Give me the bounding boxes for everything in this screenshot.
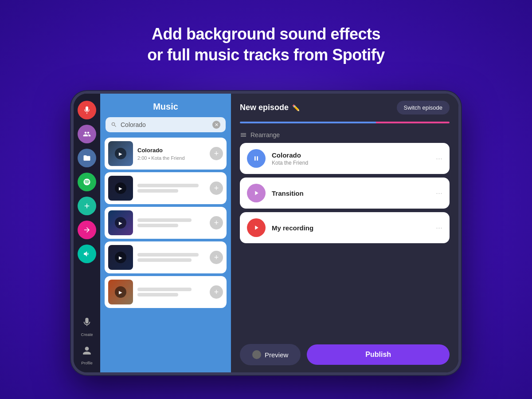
music-header: Music — [100, 94, 231, 117]
thumb-1: ▶ — [108, 176, 133, 201]
sidebar-profile[interactable]: Profile — [78, 341, 96, 365]
rearrange-icon — [240, 131, 247, 138]
music-item-4[interactable]: ▶ + — [105, 276, 227, 308]
music-item-1[interactable]: ▶ + — [105, 172, 227, 204]
music-list: ▶ Colorado 2:00 • Kota the Friend + ▶ + — [100, 138, 231, 372]
preview-button[interactable]: Preview — [240, 344, 301, 365]
rearrange-label: Rearrange — [250, 131, 280, 138]
sidebar-icon-add[interactable] — [78, 197, 96, 215]
track-item-1: Transition ··· — [240, 178, 450, 209]
track-name-2: My recording — [272, 224, 430, 232]
play-icon-0[interactable]: ▶ — [115, 148, 126, 159]
track-name-0: Colorado — [272, 151, 430, 159]
track-play-2[interactable] — [247, 218, 266, 237]
music-name-0: Colorado — [137, 147, 205, 154]
track-play-0[interactable] — [247, 149, 266, 168]
create-label: Create — [81, 332, 93, 337]
progress-bar — [240, 122, 450, 123]
progress-bar-container — [231, 122, 458, 129]
sidebar-create[interactable]: Create — [78, 313, 96, 337]
track-item-2: My recording ··· — [240, 212, 450, 243]
track-sub-0: Kota the Friend — [272, 160, 430, 166]
track-item-0: Colorado Kota the Friend ··· — [240, 143, 450, 174]
music-info-1 — [137, 184, 205, 193]
track-menu-2[interactable]: ··· — [436, 223, 442, 233]
sidebar-icon-mic[interactable] — [78, 101, 96, 119]
bar-2a — [137, 218, 192, 222]
sidebar-bottom: Create Profile — [78, 313, 96, 365]
bar-3b — [137, 258, 192, 262]
thumb-2: ▶ — [108, 210, 133, 235]
play-icon-1[interactable]: ▶ — [115, 182, 126, 194]
music-info-2 — [137, 218, 205, 227]
sidebar: Create Profile — [74, 94, 100, 372]
music-meta-0: 2:00 • Kota the Friend — [137, 155, 205, 161]
episode-title: New episode — [240, 103, 289, 112]
preview-label: Preview — [265, 351, 288, 359]
bar-4b — [137, 293, 178, 296]
preview-icon — [252, 350, 261, 359]
thumb-4: ▶ — [108, 280, 133, 304]
track-menu-0[interactable]: ··· — [436, 154, 442, 163]
music-info-4 — [137, 288, 205, 296]
search-bar[interactable]: ✕ — [106, 117, 226, 132]
headline-line2: or full music tracks from Spotify — [147, 46, 385, 64]
episode-panel: New episode ✏️ Switch episode Rearrange … — [231, 94, 458, 372]
sidebar-icon-folder[interactable] — [78, 149, 96, 167]
bar-1b — [137, 189, 178, 193]
headline: Add background sound effects or full mus… — [147, 24, 385, 79]
rearrange-row: Rearrange — [231, 129, 458, 143]
music-panel: Music ✕ ▶ Colorado 2:00 • Kota the Frien… — [100, 94, 231, 372]
play-icon-2[interactable]: ▶ — [115, 217, 126, 229]
music-info-0: Colorado 2:00 • Kota the Friend — [137, 147, 205, 161]
track-info-0: Colorado Kota the Friend — [272, 151, 430, 166]
bar-2b — [137, 224, 178, 227]
add-btn-4[interactable]: + — [210, 285, 223, 299]
sidebar-icon-effects[interactable] — [78, 245, 96, 263]
profile-label: Profile — [81, 361, 93, 365]
search-input[interactable] — [121, 121, 209, 128]
switch-episode-button[interactable]: Switch episode — [397, 101, 450, 115]
tracks-list: Colorado Kota the Friend ··· Transition … — [231, 143, 458, 337]
music-item-0[interactable]: ▶ Colorado 2:00 • Kota the Friend + — [105, 138, 227, 170]
track-info-2: My recording — [272, 224, 430, 232]
music-item-3[interactable]: ▶ + — [105, 241, 227, 273]
sidebar-icon-spotify[interactable] — [78, 173, 96, 191]
publish-button[interactable]: Publish — [307, 344, 450, 365]
episode-header: New episode ✏️ Switch episode — [231, 94, 458, 122]
track-info-1: Transition — [272, 190, 430, 197]
play-icon-4[interactable]: ▶ — [115, 286, 126, 298]
edit-icon[interactable]: ✏️ — [292, 104, 300, 111]
episode-footer: Preview Publish — [231, 337, 458, 372]
track-name-1: Transition — [272, 190, 430, 197]
play-icon-3[interactable]: ▶ — [115, 252, 126, 263]
bar-4a — [137, 288, 192, 291]
add-btn-2[interactable]: + — [210, 216, 223, 229]
track-menu-1[interactable]: ··· — [436, 189, 442, 198]
tablet-frame: Create Profile Music ✕ ▶ — [71, 91, 461, 375]
bar-1a — [137, 184, 199, 187]
sidebar-icon-arrow[interactable] — [78, 221, 96, 239]
add-btn-0[interactable]: + — [210, 147, 223, 160]
bar-3a — [137, 253, 199, 257]
sidebar-icon-people[interactable] — [78, 125, 96, 143]
add-btn-3[interactable]: + — [210, 251, 223, 264]
add-btn-1[interactable]: + — [210, 182, 223, 195]
music-title: Music — [153, 102, 178, 111]
music-item-2[interactable]: ▶ + — [105, 207, 227, 239]
thumb-3: ▶ — [108, 245, 133, 270]
thumb-0: ▶ — [108, 141, 133, 166]
track-play-1[interactable] — [247, 184, 266, 202]
headline-line1: Add background sound effects — [152, 25, 380, 43]
search-clear-btn[interactable]: ✕ — [212, 121, 220, 129]
episode-title-group: New episode ✏️ — [240, 103, 300, 112]
music-info-3 — [137, 253, 205, 262]
